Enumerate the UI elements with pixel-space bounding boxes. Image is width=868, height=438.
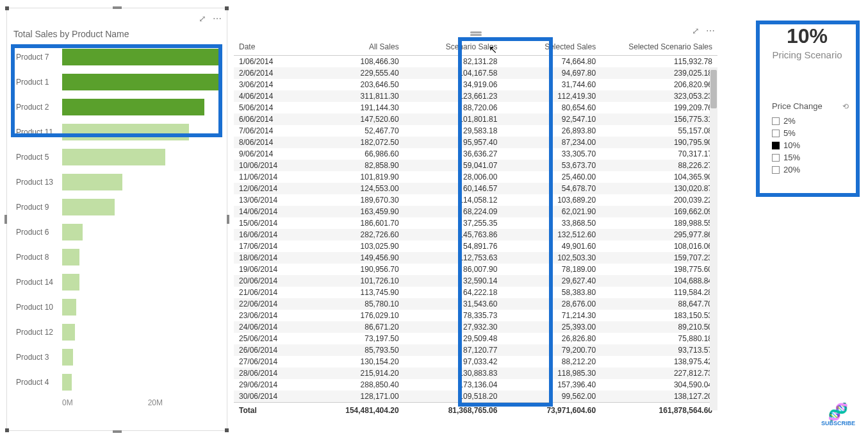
bar-row[interactable]: Product 13 [16,169,220,194]
bar-fill[interactable] [62,99,204,115]
bar-row[interactable]: Product 5 [16,144,220,169]
clear-selection-icon[interactable]: ⟲ [842,102,849,111]
table-visual[interactable]: ⤢ ⋯ Date All Sales Scenario Sales Select… [234,26,717,404]
bar-fill[interactable] [62,374,72,391]
bar-row[interactable]: Product 8 [16,244,220,269]
bar-row[interactable]: Product 3 [16,344,220,369]
table-row[interactable]: 12/06/2014124,553.0060,146.5754,678.7013… [234,183,717,194]
bar-row[interactable]: Product 10 [16,294,220,319]
resize-handle[interactable] [5,428,9,432]
col-header-scen[interactable]: Scenario Sales [404,38,503,56]
bar-fill[interactable] [62,324,75,341]
table-row[interactable]: 9/06/201466,986.6036,636.2733,305.7070,3… [234,148,717,160]
price-change-slicer[interactable]: Price Change ⟲ 2%5%10%15%20% [766,96,855,182]
table-row[interactable]: 8/06/2014182,072.5095,957.4087,234.00190… [234,137,717,148]
vertical-scrollbar[interactable] [710,67,717,410]
table-row[interactable]: 13/06/2014189,670.30114,058.12103,689.20… [234,194,717,206]
cell-all: 85,793.50 [306,344,404,356]
checkbox-icon[interactable] [772,117,780,125]
table-row[interactable]: 29/06/2014288,850.40173,136.04157,396.40… [234,379,717,391]
bar-row[interactable]: Product 11 [16,119,220,144]
bar-fill[interactable] [62,49,220,65]
bar-row[interactable]: Product 9 [16,194,220,219]
table-row[interactable]: 10/06/201482,858.9059,041.0753,673.7088,… [234,160,717,171]
checkbox-icon[interactable] [772,142,780,149]
table-drag-bar[interactable]: ⤢ ⋯ [234,26,717,38]
bar-fill[interactable] [62,74,219,90]
table-row[interactable]: 7/06/201452,467.7029,583.1826,893.8055,1… [234,125,717,137]
bar-row[interactable]: Product 7 [16,44,220,69]
bar-row[interactable]: Product 1 [16,69,220,94]
table-row[interactable]: 15/06/2014186,601.7037,255.3533,868.5018… [234,217,717,229]
resize-handle[interactable] [4,215,7,224]
table-row[interactable]: 4/06/2014311,811.30123,661.23112,419.303… [234,90,717,102]
checkbox-icon[interactable] [772,154,780,162]
bar-row[interactable]: Product 6 [16,219,220,244]
data-table[interactable]: Date All Sales Scenario Sales Selected S… [234,38,717,418]
table-row[interactable]: 16/06/2014282,726.60145,763.86132,512.60… [234,229,717,240]
col-header-all[interactable]: All Sales [306,38,404,56]
more-options-icon[interactable]: ⋯ [213,13,222,24]
table-row[interactable]: 23/06/2014176,029.1078,335.7371,214.3018… [234,310,717,321]
table-row[interactable]: 6/06/2014147,520.60101,801.8192,547.1015… [234,114,717,125]
bar-fill[interactable] [62,274,79,291]
table-row[interactable]: 22/06/201485,780.1031,543.6028,676.0088,… [234,298,717,310]
table-row[interactable]: 18/06/2014149,456.90112,753.63102,503.30… [234,252,717,264]
resize-handle[interactable] [5,6,9,10]
resize-handle[interactable] [225,6,229,10]
table-row[interactable]: 25/06/201473,197.5029,509.4826,826.8075,… [234,333,717,344]
table-row[interactable]: 17/06/2014103,025.9054,891.7649,901.6010… [234,240,717,252]
table-row[interactable]: 27/06/2014130,154.2097,033.4288,212.2013… [234,356,717,367]
kpi-value: 10% [756,24,858,48]
table-row[interactable]: 26/06/201485,793.5087,120.7779,200.7093,… [234,344,717,356]
more-options-icon[interactable]: ⋯ [706,26,715,36]
checkbox-icon[interactable] [772,130,780,137]
slicer-option[interactable]: 5% [772,127,849,139]
table-row[interactable]: 3/06/2014203,646.5034,919.0631,744.60206… [234,79,717,90]
resize-handle[interactable] [225,428,229,432]
bar-fill[interactable] [62,249,79,265]
bar-chart-visual[interactable]: ⤢ ⋯ Total Sales by Product Name Product … [6,8,227,431]
cell-selscen: 55,157.08 [601,125,717,137]
resize-handle[interactable] [113,430,122,433]
bar-fill[interactable] [62,299,76,316]
kpi-card[interactable]: 10% Pricing Scenario [756,24,858,82]
table-row[interactable]: 14/06/2014163,459.9068,224.0962,021.9016… [234,206,717,217]
table-row[interactable]: 20/06/2014101,726.1032,590.1429,627.4010… [234,275,717,287]
slicer-option[interactable]: 20% [772,164,849,176]
table-row[interactable]: 11/06/2014101,819.9028,006.0025,460.0010… [234,171,717,183]
bar-fill[interactable] [62,124,189,140]
bar-fill[interactable] [62,224,83,240]
table-row[interactable]: 30/06/2014128,171.00109,518.2099,562.001… [234,391,717,403]
col-header-date[interactable]: Date [234,38,306,56]
focus-mode-icon[interactable]: ⤢ [199,13,206,24]
slicer-option[interactable]: 15% [772,151,849,164]
table-row[interactable]: 28/06/2014215,914.20130,883.83118,985.30… [234,367,717,379]
bar-row[interactable]: Product 4 [16,369,220,394]
chart-plot-area[interactable]: Product 7Product 1Product 2Product 11Pro… [7,44,227,394]
subscribe-badge[interactable]: 🧬 SUBSCRIBE [821,403,855,426]
table-row[interactable]: 24/06/201486,671.2027,932.3025,393.0089,… [234,321,717,333]
drag-handle-icon[interactable] [470,31,482,33]
table-row[interactable]: 2/06/2014229,555.40104,167.5894,697.8023… [234,67,717,79]
bar-row[interactable]: Product 12 [16,319,220,344]
col-header-selscen[interactable]: Selected Scenario Sales [601,38,717,56]
resize-handle[interactable] [227,215,229,224]
scrollbar-thumb[interactable] [710,70,717,108]
table-row[interactable]: 21/06/2014113,745.9064,222.1858,383.8011… [234,287,717,298]
checkbox-icon[interactable] [772,166,780,174]
resize-handle[interactable] [113,6,122,9]
col-header-sel[interactable]: Selected Sales [502,38,601,56]
slicer-option[interactable]: 10% [772,139,849,151]
slicer-option[interactable]: 2% [772,115,849,127]
table-row[interactable]: 5/06/2014191,144.3088,720.0680,654.60199… [234,102,717,114]
bar-fill[interactable] [62,174,122,190]
table-row[interactable]: 1/06/2014108,466.3082,131.2874,664.80115… [234,56,717,68]
bar-fill[interactable] [62,349,73,366]
bar-fill[interactable] [62,149,165,165]
table-row[interactable]: 19/06/2014190,956.7086,007.9078,189.0019… [234,264,717,275]
bar-fill[interactable] [62,199,115,215]
focus-mode-icon[interactable]: ⤢ [692,26,700,36]
bar-row[interactable]: Product 2 [16,94,220,119]
bar-row[interactable]: Product 14 [16,269,220,294]
